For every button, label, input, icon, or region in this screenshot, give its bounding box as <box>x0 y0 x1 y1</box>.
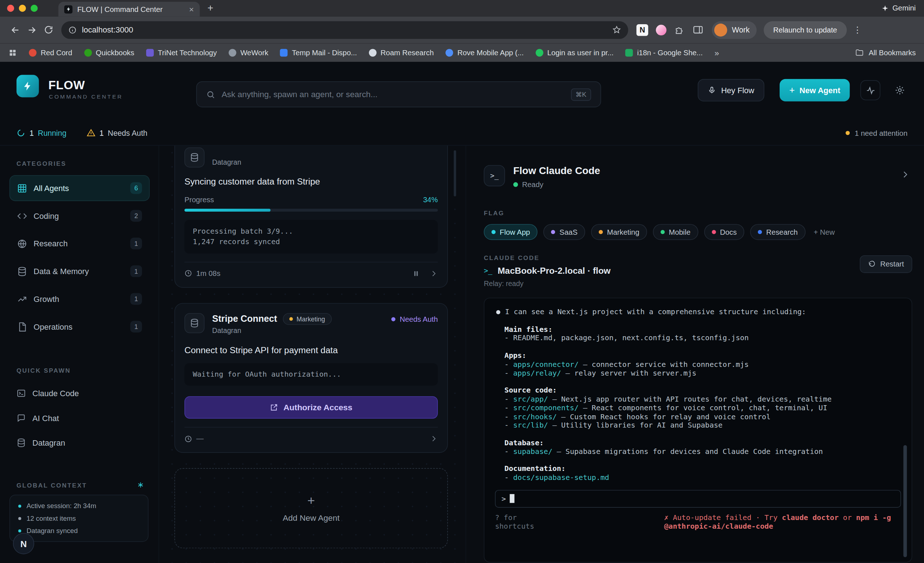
bookmark-item[interactable]: Temp Mail - Dispo... <box>280 49 357 57</box>
context-sparkle-icon[interactable] <box>137 481 144 489</box>
relaunch-label: Relaunch to update <box>773 26 837 34</box>
plus-icon: + <box>789 85 795 95</box>
bookmark-item[interactable]: Quickbooks <box>84 49 134 57</box>
gemini-badge[interactable]: Gemini <box>882 0 916 17</box>
bookmark-favicon <box>228 49 236 57</box>
flow-app: FLOW COMMAND CENTER ⌘K Hey Flow + New Ag… <box>0 62 924 563</box>
flag-chip-research[interactable]: Research <box>750 224 806 240</box>
profile-chip[interactable]: Work <box>712 21 756 39</box>
flag-chip-mobile[interactable]: Mobile <box>653 224 698 240</box>
categories-title: CATEGORIES <box>0 160 159 167</box>
close-window-button[interactable] <box>7 5 14 12</box>
flag-chip-marketing[interactable]: Marketing <box>591 224 647 240</box>
quick-spawn-list: Claude Code AI Chat Datagran <box>0 381 159 455</box>
add-new-agent-card[interactable]: + Add New Agent <box>174 468 448 548</box>
bookmark-item[interactable]: Rove Mobile App (... <box>446 49 524 57</box>
quick-spawn-datagran[interactable]: Datagran <box>9 431 150 455</box>
progress-bar <box>184 209 438 212</box>
flag-chip-flow-app[interactable]: Flow App <box>484 224 537 240</box>
bookmark-star-icon[interactable] <box>612 25 621 34</box>
count-badge: 6 <box>130 182 142 194</box>
back-button[interactable] <box>7 22 24 38</box>
running-status[interactable]: 1 Running <box>16 129 66 137</box>
card-title: Stripe Connect <box>212 314 277 324</box>
database-icon <box>16 438 26 447</box>
categories-list: All Agents 6 Coding 2 Research 1 Data & … <box>0 175 159 340</box>
relaunch-to-update-button[interactable]: Relaunch to update <box>764 21 846 39</box>
bookmark-item[interactable]: TriNet Technology <box>146 49 217 57</box>
search-input[interactable] <box>222 90 564 99</box>
chevron-right-icon[interactable] <box>900 170 910 179</box>
terminal-input[interactable]: > <box>495 490 901 508</box>
needs-auth-badge: Needs Auth <box>392 315 438 324</box>
browser-tab[interactable]: FLOW | Command Center × <box>58 2 200 17</box>
mic-icon <box>707 86 716 94</box>
authorize-access-button[interactable]: Authorize Access <box>184 396 438 419</box>
extension-icon[interactable] <box>656 24 666 35</box>
side-panel-icon[interactable] <box>692 24 704 35</box>
sidebar-item-coding[interactable]: Coding 2 <box>9 203 150 229</box>
flag-chip-docs[interactable]: Docs <box>704 224 745 240</box>
settings-button[interactable] <box>890 80 910 101</box>
clock-icon <box>184 270 192 277</box>
bookmark-item[interactable]: Red Cord <box>29 49 72 57</box>
claude-code-panel: >_ Flow Claude Code Ready FLAG Flow App … <box>466 146 924 563</box>
attention-dot-icon <box>846 131 850 135</box>
sidebar-item-research[interactable]: Research 1 <box>9 230 150 257</box>
quick-spawn-claude-code[interactable]: Claude Code <box>9 381 150 406</box>
chevron-right-icon[interactable] <box>429 269 438 278</box>
sidebar-item-growth[interactable]: Growth 1 <box>9 286 150 312</box>
minimize-window-button[interactable] <box>19 5 26 12</box>
notion-extension-icon[interactable]: N <box>636 24 648 36</box>
bookmark-item[interactable]: WeWork <box>228 49 268 57</box>
extensions-puzzle-icon[interactable] <box>674 25 684 35</box>
bookmark-favicon <box>29 49 36 57</box>
tab-close-icon[interactable]: × <box>189 5 194 14</box>
flag-chip-saas[interactable]: SaaS <box>544 224 585 240</box>
reload-button[interactable] <box>40 22 57 38</box>
terminal-output[interactable]: I can see a Next.js project with a compr… <box>484 297 912 562</box>
hey-flow-button[interactable]: Hey Flow <box>698 79 765 102</box>
panel-header[interactable]: >_ Flow Claude Code Ready <box>484 165 912 189</box>
url-text[interactable]: localhost:3000 <box>82 25 607 34</box>
code-icon <box>17 211 27 221</box>
agent-card-running[interactable]: Datagran Syncing customer data from Stri… <box>174 146 448 287</box>
tag-dot-icon <box>290 317 293 321</box>
needs-auth-status[interactable]: 1 Needs Auth <box>86 129 147 137</box>
shortcuts-hint: ? for shortcuts <box>495 513 560 531</box>
quick-spawn-ai-chat[interactable]: AI Chat <box>9 405 150 431</box>
external-link-icon <box>270 403 278 412</box>
url-bar[interactable]: localhost:3000 <box>62 21 628 39</box>
command-search[interactable]: ⌘K <box>196 81 602 107</box>
sidebar-item-data-memory[interactable]: Data & Memory 1 <box>9 258 150 284</box>
sidebar-item-operations[interactable]: Operations 1 <box>9 314 150 340</box>
browser-menu-icon[interactable]: ⋮ <box>852 24 863 35</box>
bookmark-item[interactable]: i18n - Google She... <box>626 49 703 57</box>
bookmark-item[interactable]: Login as user in pr... <box>536 49 614 57</box>
restart-button[interactable]: Restart <box>860 255 912 273</box>
maximize-window-button[interactable] <box>31 5 38 12</box>
floating-avatar[interactable]: N <box>13 533 34 554</box>
terminal-scrollbar[interactable] <box>903 445 907 557</box>
new-tab-button[interactable]: + <box>207 2 213 15</box>
forward-button[interactable] <box>24 22 40 38</box>
sidebar-item-all-agents[interactable]: All Agents 6 <box>9 175 150 201</box>
pause-icon[interactable] <box>412 269 420 278</box>
globe-icon <box>17 238 27 248</box>
apps-grid-icon[interactable] <box>8 48 17 57</box>
activity-button[interactable] <box>861 80 880 101</box>
cards-scrollbar[interactable] <box>454 150 456 196</box>
all-bookmarks-button[interactable]: All Bookmarks <box>855 48 916 57</box>
terminal-icon <box>16 389 26 398</box>
count-badge: 1 <box>130 321 142 333</box>
agent-card-stripe-connect[interactable]: Needs Auth Stripe Connect Marketing <box>174 303 448 453</box>
new-agent-button[interactable]: + New Agent <box>780 79 850 102</box>
chevron-right-icon[interactable] <box>429 435 438 443</box>
bookmark-item[interactable]: Roam Research <box>369 49 434 57</box>
search-icon <box>206 90 215 99</box>
site-info-icon[interactable] <box>68 26 76 34</box>
bookmarks-overflow-icon[interactable]: » <box>715 48 719 57</box>
bookmarks-bar: Red Cord Quickbooks TriNet Technology We… <box>0 43 924 62</box>
task-title: Connect to Stripe API for payment data <box>184 345 438 355</box>
add-flag-button[interactable]: + New <box>812 228 837 236</box>
